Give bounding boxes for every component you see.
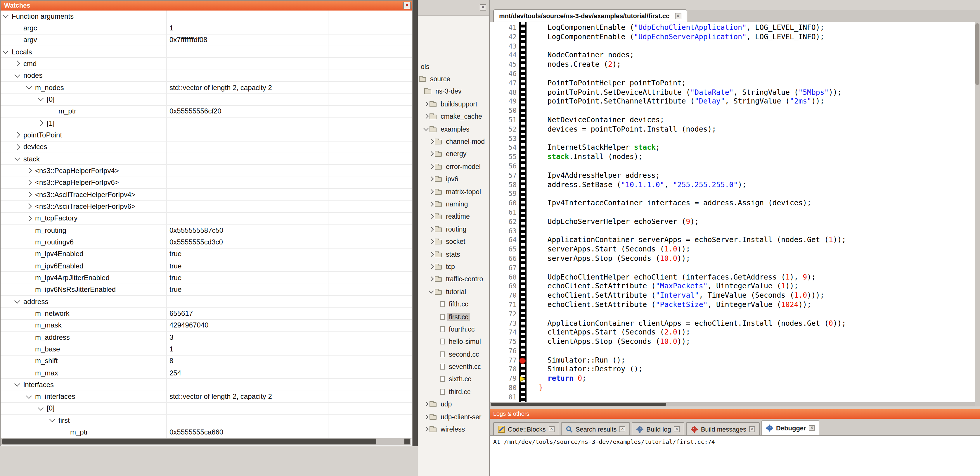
watch-name-cell[interactable]: first (1, 415, 166, 426)
watch-row[interactable]: nodes (1, 70, 412, 82)
watch-row[interactable]: m_address3 (1, 332, 412, 343)
watch-name-cell[interactable]: m_ptr (1, 426, 166, 438)
expander-right-icon[interactable] (14, 144, 20, 150)
watch-name-cell[interactable]: [1] (1, 118, 166, 129)
watch-name-cell[interactable]: m_shift (1, 355, 166, 367)
expander-right-icon[interactable] (429, 239, 434, 244)
line-number[interactable]: 74 (490, 328, 519, 338)
line-marker-slot[interactable] (519, 51, 527, 61)
watch-row[interactable]: <ns3::AsciiTraceHelperForIpv6> (1, 201, 412, 213)
watch-row[interactable]: m_ipv6NsRsJitterEnabledtrue (1, 284, 412, 296)
watch-name-cell[interactable]: m_tcpFactory (1, 212, 166, 224)
line-marker-slot[interactable] (519, 199, 527, 208)
line-marker-slot[interactable] (519, 245, 527, 254)
logs-tab-close-button[interactable]: × (549, 426, 555, 432)
line-marker-slot[interactable] (519, 162, 527, 171)
line-marker-slot[interactable] (519, 125, 527, 134)
tree-item-udp[interactable]: udp (418, 398, 489, 411)
line-marker-slot[interactable] (519, 217, 527, 227)
watch-name-cell[interactable]: argv (1, 34, 166, 46)
watch-name-cell[interactable]: Function arguments (1, 11, 166, 22)
expander-down-icon[interactable] (3, 48, 8, 54)
line-number[interactable]: 68 (490, 273, 519, 282)
watch-name-cell[interactable]: address (1, 296, 166, 307)
expander-down-icon[interactable] (424, 126, 429, 131)
line-marker-slot[interactable] (519, 236, 527, 245)
watch-row[interactable]: cmd (1, 58, 412, 70)
line-marker-slot[interactable] (519, 116, 527, 125)
line-marker-slot[interactable] (519, 180, 527, 190)
editor-hscroll-handle[interactable] (491, 403, 666, 406)
watch-name-cell[interactable]: [0] (1, 94, 166, 105)
expander-right-icon[interactable] (429, 139, 434, 144)
watch-name-cell[interactable]: cmd (1, 58, 166, 70)
line-number[interactable]: 49 (490, 97, 519, 107)
watch-row[interactable]: m_ipv4ArpJitterEnabledtrue (1, 272, 412, 284)
line-number[interactable]: 46 (490, 70, 519, 79)
tree-item-ns-3-dev[interactable]: ns-3-dev (418, 85, 489, 98)
expander-down-icon[interactable] (38, 96, 43, 101)
line-number[interactable]: 45 (490, 60, 519, 70)
logs-tab-close-button[interactable]: × (809, 425, 815, 431)
line-marker-slot[interactable] (519, 88, 527, 97)
expander-right-icon[interactable] (424, 427, 429, 432)
watch-row[interactable]: <ns3::AsciiTraceHelperForIpv4> (1, 189, 412, 201)
line-number[interactable]: 64 (490, 236, 519, 245)
line-number[interactable]: 52 (490, 125, 519, 134)
line-marker-slot[interactable] (519, 23, 527, 33)
line-number[interactable]: 51 (490, 116, 519, 125)
expander-right-icon[interactable] (429, 152, 434, 157)
watches-titlebar[interactable]: Watches × (1, 1, 412, 11)
watch-name-cell[interactable]: <ns3::AsciiTraceHelperForIpv4> (1, 189, 166, 200)
line-number[interactable]: 44 (490, 51, 519, 61)
expander-right-icon[interactable] (429, 227, 434, 232)
line-marker-slot[interactable] (519, 208, 527, 217)
watch-name-cell[interactable]: m_ptr (1, 105, 166, 117)
watch-name-cell[interactable]: [0] (1, 403, 166, 414)
expander-down-icon[interactable] (38, 405, 43, 411)
line-number[interactable]: 43 (490, 42, 519, 51)
logs-tab-close-button[interactable]: × (749, 426, 755, 432)
watch-row[interactable]: m_mask4294967040 (1, 319, 412, 332)
editor-hscrollbar[interactable] (490, 403, 975, 406)
line-marker-slot[interactable] (519, 337, 527, 347)
logs-tab-build-messages[interactable]: Build messages× (686, 422, 760, 435)
line-number[interactable]: 66 (490, 254, 519, 264)
expander-right-icon[interactable] (429, 252, 434, 257)
tree-item-realtime[interactable]: realtime (418, 210, 489, 223)
watch-row[interactable]: <ns3::PcapHelperForIpv6> (1, 177, 412, 189)
line-marker-slot[interactable] (519, 310, 527, 319)
line-marker-slot[interactable] (519, 264, 527, 273)
editor-tab-close-button[interactable]: × (675, 13, 681, 19)
tree-item-buildsupport[interactable]: buildsupport (418, 97, 489, 110)
line-number[interactable]: 77 (490, 356, 519, 365)
line-number[interactable]: 61 (490, 208, 519, 217)
line-number[interactable]: 71 (490, 300, 519, 310)
expander-right-icon[interactable] (429, 189, 434, 194)
line-number[interactable]: 62 (490, 217, 519, 227)
watch-row[interactable]: address (1, 296, 412, 308)
watch-name-cell[interactable]: m_max (1, 367, 166, 379)
watch-row[interactable]: m_shift8 (1, 355, 412, 367)
line-number[interactable]: 59 (490, 190, 519, 199)
tree-item-cmake-cache[interactable]: cmake_cache (418, 110, 489, 123)
tree-item-fourth-cc[interactable]: fourth.cc (418, 323, 489, 335)
watch-name-cell[interactable]: m_mask (1, 319, 166, 331)
expander-right-icon[interactable] (429, 264, 434, 269)
watch-row[interactable]: stack (1, 153, 412, 165)
watch-name-cell[interactable]: <ns3::AsciiTraceHelperForIpv6> (1, 201, 166, 212)
watch-row[interactable]: m_max254 (1, 367, 412, 379)
watch-name-cell[interactable]: nodes (1, 70, 166, 81)
breakpoint-icon[interactable] (519, 357, 526, 364)
watch-row[interactable]: m_routing0x555555587c50 (1, 225, 412, 236)
expander-down-icon[interactable] (3, 13, 8, 18)
expander-right-icon[interactable] (424, 414, 429, 419)
watch-name-cell[interactable]: <ns3::PcapHelperForIpv6> (1, 177, 166, 188)
line-marker-slot[interactable] (519, 273, 527, 282)
line-marker-slot[interactable] (519, 328, 527, 338)
editor-vscrollbar[interactable] (975, 22, 980, 406)
expander-down-icon[interactable] (429, 288, 434, 293)
tree-item-first-cc[interactable]: first.cc (418, 310, 489, 323)
line-number[interactable]: 72 (490, 310, 519, 319)
line-number[interactable]: 56 (490, 162, 519, 171)
